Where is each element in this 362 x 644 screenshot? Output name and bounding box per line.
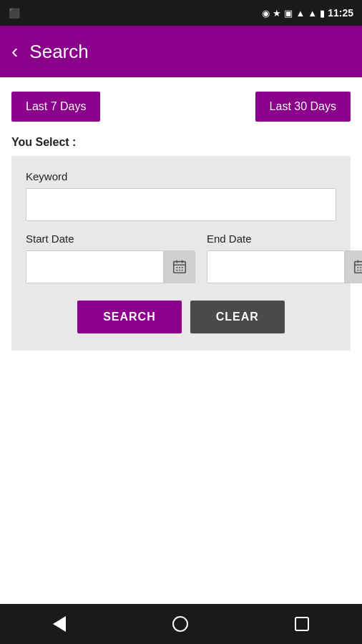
start-date-group: Start Date [26,233,195,283]
quick-filters: Last 7 Days Last 30 Days [11,92,351,122]
location-icon: ◉ [262,8,270,19]
search-button[interactable]: SEARCH [77,301,182,333]
status-bar: ⬛ ◉ ★ ▣ ▲ ▲ ▮ 11:25 [0,0,362,26]
nav-recent-button[interactable] [295,617,309,631]
vibrate-icon: ▣ [284,8,293,19]
keyword-group: Keyword [26,170,336,221]
status-time: 11:25 [328,7,353,19]
end-date-wrapper [207,250,362,283]
home-circle-icon [172,616,188,632]
start-date-wrapper [26,250,195,283]
last-30-days-button[interactable]: Last 30 Days [255,92,351,122]
nav-back-button[interactable] [53,616,66,632]
header: ‹ Search [0,26,362,77]
end-date-label: End Date [207,233,362,245]
nav-home-button[interactable] [172,616,188,632]
status-bar-right: ◉ ★ ▣ ▲ ▲ ▮ 11:25 [262,7,353,19]
screen-icon: ⬛ [9,8,20,19]
you-select-label: You Select : [11,136,351,149]
last-7-days-button[interactable]: Last 7 Days [11,92,100,122]
end-date-input[interactable] [207,251,344,283]
battery-icon: ▮ [320,8,325,19]
start-date-label: Start Date [26,233,195,245]
bottom-nav [0,604,362,644]
calendar-icon [172,259,187,275]
back-triangle-icon [53,616,66,632]
start-date-calendar-button[interactable] [163,251,195,283]
main-content: Last 7 Days Last 30 Days You Select : Ke… [0,77,362,604]
wifi-icon: ▲ [295,8,305,19]
date-row: Start Date [26,233,336,283]
end-date-calendar-button[interactable] [344,251,362,283]
start-date-input[interactable] [26,251,163,283]
keyword-input[interactable] [26,188,336,221]
search-form: Keyword Start Date [11,156,351,351]
back-button[interactable]: ‹ [11,42,18,62]
star-icon: ★ [273,8,281,19]
clear-button[interactable]: CLEAR [190,301,285,333]
signal-icon: ▲ [308,8,317,19]
calendar-icon [353,259,363,275]
header-title: Search [29,41,88,63]
recent-square-icon [295,617,309,631]
status-bar-left: ⬛ [9,8,20,19]
end-date-group: End Date [207,233,362,283]
action-buttons: SEARCH CLEAR [26,301,336,333]
keyword-label: Keyword [26,170,336,182]
